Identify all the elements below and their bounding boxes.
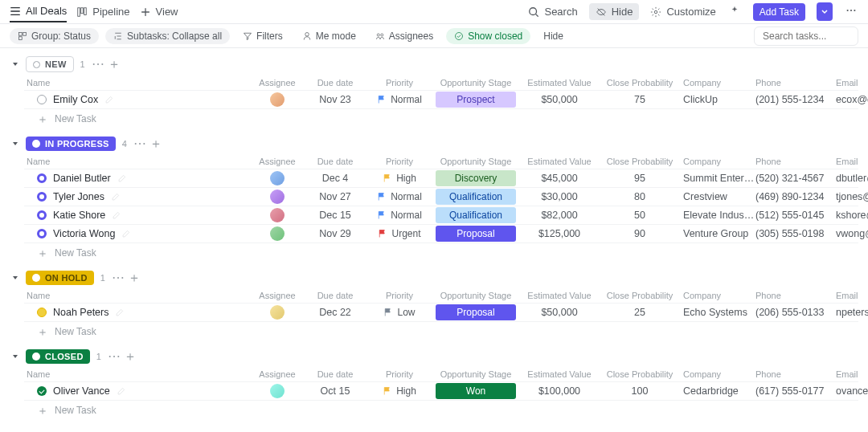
cell-close-probability[interactable]: 100: [600, 385, 680, 397]
cell-phone[interactable]: (520) 321-4567: [755, 173, 836, 184]
collapse-caret-icon[interactable]: [11, 353, 19, 361]
row-status-icon[interactable]: [37, 173, 47, 183]
cell-phone[interactable]: (617) 555-0177: [755, 385, 836, 397]
cell-company[interactable]: Cedarbridge: [680, 385, 755, 397]
collapse-caret-icon[interactable]: [11, 60, 19, 68]
cell-stage[interactable]: Qualification: [432, 189, 519, 205]
subtasks-button[interactable]: Subtasks: Collapse all: [105, 28, 230, 44]
cell-due-date[interactable]: Nov 23: [304, 94, 366, 105]
col-email[interactable]: Email: [836, 157, 868, 166]
col-name[interactable]: Name: [24, 157, 251, 166]
col-prob[interactable]: Close Probability: [600, 291, 680, 300]
col-due[interactable]: Due date: [304, 291, 366, 300]
col-email[interactable]: Email: [836, 291, 868, 300]
col-due[interactable]: Due date: [304, 157, 366, 166]
new-task-row[interactable]: ＋ New Task: [24, 242, 858, 263]
col-company[interactable]: Company: [680, 157, 755, 166]
cell-estimated-value[interactable]: $50,000: [519, 94, 600, 105]
avatar[interactable]: [270, 208, 285, 222]
tab-all-deals[interactable]: All Deals: [10, 1, 67, 22]
cell-stage[interactable]: Qualification: [432, 207, 519, 223]
row-status-icon[interactable]: [37, 210, 47, 220]
cell-phone[interactable]: (512) 555-0145: [755, 210, 836, 221]
col-name[interactable]: Name: [24, 78, 251, 88]
col-stage[interactable]: Opportunity Stage: [432, 157, 519, 166]
cell-assignee[interactable]: [251, 384, 304, 398]
cell-due-date[interactable]: Dec 4: [304, 173, 366, 184]
row-status-icon[interactable]: [37, 229, 47, 238]
col-assignee[interactable]: Assignee: [251, 157, 304, 166]
cell-due-date[interactable]: Dec 15: [304, 210, 366, 221]
col-priority[interactable]: Priority: [366, 78, 432, 88]
table-row[interactable]: Emily Cox Nov 23 Normal Prospect $50,000…: [24, 90, 858, 108]
row-status-icon[interactable]: [37, 192, 47, 202]
cell-estimated-value[interactable]: $82,000: [519, 210, 600, 221]
group-by-button[interactable]: Group: Status: [10, 28, 99, 44]
row-status-icon[interactable]: [37, 95, 47, 104]
col-phone[interactable]: Phone: [755, 157, 836, 166]
cell-close-probability[interactable]: 95: [600, 173, 680, 184]
cell-name[interactable]: Katie Shore: [24, 210, 251, 221]
col-est[interactable]: Estimated Value: [519, 78, 600, 88]
col-company[interactable]: Company: [680, 78, 755, 88]
assignees-button[interactable]: Assignees: [369, 28, 440, 44]
cell-email[interactable]: ovance@: [836, 385, 868, 397]
group-add-button[interactable]: ＋: [128, 271, 141, 284]
cell-priority[interactable]: Urgent: [366, 228, 432, 239]
cell-estimated-value[interactable]: $45,000: [519, 173, 600, 184]
cell-priority[interactable]: High: [366, 385, 432, 397]
group-more-button[interactable]: ⋯: [92, 58, 104, 71]
col-stage[interactable]: Opportunity Stage: [432, 369, 519, 379]
col-stage[interactable]: Opportunity Stage: [432, 78, 519, 88]
new-task-row[interactable]: ＋ New Task: [24, 400, 858, 420]
cell-close-probability[interactable]: 25: [600, 307, 680, 318]
cell-phone[interactable]: (206) 555-0133: [755, 307, 836, 318]
cell-name[interactable]: Victoria Wong: [24, 228, 251, 239]
cell-due-date[interactable]: Dec 22: [304, 307, 366, 318]
col-stage[interactable]: Opportunity Stage: [432, 291, 519, 300]
col-name[interactable]: Name: [24, 291, 251, 300]
cell-assignee[interactable]: [251, 171, 304, 185]
avatar[interactable]: [270, 92, 285, 107]
cell-due-date[interactable]: Nov 29: [304, 228, 366, 239]
cell-phone[interactable]: (305) 555-0198: [755, 228, 836, 239]
tab-pipeline[interactable]: Pipeline: [76, 2, 129, 22]
col-email[interactable]: Email: [836, 369, 868, 379]
col-est[interactable]: Estimated Value: [519, 157, 600, 166]
cell-email[interactable]: tjones@c: [836, 191, 868, 202]
col-phone[interactable]: Phone: [755, 369, 836, 379]
more-menu-button[interactable]: [844, 3, 858, 20]
avatar[interactable]: [270, 305, 285, 320]
cell-email[interactable]: npeters@: [836, 307, 868, 318]
me-mode-button[interactable]: Me mode: [296, 28, 362, 44]
collapse-caret-icon[interactable]: [11, 274, 19, 282]
cell-stage[interactable]: Prospect: [432, 92, 519, 108]
cell-name[interactable]: Tyler Jones: [24, 191, 251, 202]
col-priority[interactable]: Priority: [366, 157, 432, 166]
col-company[interactable]: Company: [680, 369, 755, 379]
cell-stage[interactable]: Discovery: [432, 170, 519, 186]
cell-close-probability[interactable]: 90: [600, 228, 680, 239]
table-row[interactable]: Noah Peters Dec 22 Low Proposal $50,000 …: [24, 303, 858, 321]
cell-phone[interactable]: (201) 555-1234: [755, 94, 836, 105]
cell-assignee[interactable]: [251, 208, 304, 222]
search-button[interactable]: Search: [528, 6, 577, 18]
table-row[interactable]: Tyler Jones Nov 27 Normal Qualification …: [24, 187, 858, 206]
new-task-row[interactable]: ＋ New Task: [24, 321, 858, 341]
table-row[interactable]: Katie Shore Dec 15 Normal Qualification …: [24, 206, 858, 224]
avatar[interactable]: [270, 384, 285, 398]
group-more-button[interactable]: ⋯: [108, 350, 121, 363]
col-est[interactable]: Estimated Value: [519, 369, 600, 379]
cell-assignee[interactable]: [251, 190, 304, 204]
cell-close-probability[interactable]: 75: [600, 94, 680, 105]
col-phone[interactable]: Phone: [755, 291, 836, 300]
row-status-icon[interactable]: [37, 308, 47, 317]
avatar[interactable]: [270, 190, 285, 204]
status-badge[interactable]: ON HOLD: [26, 271, 94, 285]
cell-company[interactable]: ClickUp: [680, 94, 755, 105]
cell-phone[interactable]: (469) 890-1234: [755, 191, 836, 202]
col-phone[interactable]: Phone: [755, 78, 836, 88]
avatar[interactable]: [270, 171, 285, 185]
add-task-dropdown[interactable]: [817, 2, 833, 21]
col-company[interactable]: Company: [680, 291, 755, 300]
